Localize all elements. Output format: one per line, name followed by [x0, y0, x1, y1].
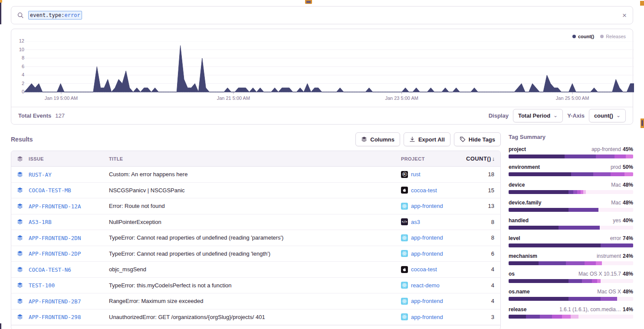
issue-link[interactable]: APP-FRONTEND-2B7 [29, 298, 81, 305]
tag-bar-segment[interactable] [585, 261, 596, 265]
tag-bar-other-segment[interactable] [617, 297, 633, 301]
tag-distribution-bar[interactable] [509, 297, 633, 301]
tag-distribution-bar[interactable] [509, 155, 633, 158]
tag-bar-segment[interactable] [597, 279, 601, 283]
tag-bar-segment[interactable] [509, 279, 568, 283]
tag-bar-segment[interactable] [601, 297, 617, 301]
tag-bar-segment[interactable] [568, 208, 598, 212]
issue-link[interactable]: RUST-AY [29, 171, 52, 178]
tag-distribution-bar[interactable] [509, 226, 633, 230]
stack-icon[interactable] [11, 282, 29, 288]
tag-bar-segment[interactable] [596, 155, 614, 158]
project-link[interactable]: app-frontend [411, 234, 443, 241]
close-icon[interactable]: × [622, 12, 627, 19]
tag-bar-segment[interactable] [539, 261, 566, 265]
project-link[interactable]: app-frontend [411, 298, 443, 304]
stack-icon[interactable] [11, 203, 29, 209]
stack-icon[interactable] [11, 187, 29, 193]
tag-bar-segment[interactable] [624, 172, 633, 176]
issue-link[interactable]: AS3-1RB [29, 219, 52, 225]
tag-bar-segment[interactable] [593, 172, 611, 176]
tag-bar-segment[interactable] [571, 172, 594, 176]
tag-bar-segment[interactable] [568, 190, 573, 194]
column-header-issue[interactable]: ISSUE [29, 156, 109, 161]
tag-bar-segment[interactable] [509, 315, 526, 319]
issue-link[interactable]: APP-FRONTEND-2DN [29, 235, 81, 241]
column-header-title[interactable]: TITLE [109, 156, 401, 161]
tag-distribution-bar[interactable] [509, 279, 633, 283]
tag-bar-segment[interactable] [509, 243, 601, 247]
export-all-button[interactable]: Export All [404, 132, 450, 146]
tag-bar-segment[interactable] [509, 172, 571, 176]
project-link[interactable]: cocoa-test [411, 266, 437, 273]
events-area-chart[interactable] [24, 41, 634, 94]
tag-bar-segment[interactable] [577, 190, 581, 194]
search-query-token[interactable]: event.type:error [28, 11, 82, 20]
stack-icon[interactable] [11, 314, 29, 320]
tag-distribution-bar[interactable] [509, 172, 633, 176]
stack-icon[interactable] [11, 250, 29, 257]
tag-bar-segment[interactable] [611, 172, 624, 176]
tag-bar-other-segment[interactable] [598, 208, 633, 212]
tag-bar-segment[interactable] [526, 315, 540, 319]
tag-bar-other-segment[interactable] [578, 315, 633, 319]
tag-bar-other-segment[interactable] [586, 190, 633, 194]
issue-link[interactable]: COCOA-TEST-N6 [29, 266, 71, 273]
column-header-project[interactable]: PROJECT [401, 156, 466, 161]
tag-distribution-bar[interactable] [509, 190, 633, 194]
tag-bar-segment[interactable] [582, 279, 592, 283]
stack-icon[interactable] [11, 171, 29, 178]
project-link[interactable]: app-frontend [411, 203, 443, 209]
tag-bar-segment[interactable] [571, 315, 578, 319]
issue-link[interactable]: APP-FRONTEND-2DP [29, 250, 81, 257]
tag-bar-segment[interactable] [509, 190, 568, 194]
tag-bar-segment[interactable] [509, 226, 559, 230]
stack-icon[interactable] [11, 298, 29, 304]
hide-tags-button[interactable]: Hide Tags [454, 132, 501, 146]
tag-bar-segment[interactable] [566, 261, 585, 265]
legend-item-count[interactable]: count() [572, 34, 594, 39]
stack-icon[interactable] [11, 219, 29, 225]
tag-distribution-bar[interactable] [509, 315, 633, 319]
tag-bar-segment[interactable] [614, 155, 626, 158]
issue-link[interactable]: APP-FRONTEND-12A [29, 203, 81, 210]
tag-bar-segment[interactable] [509, 261, 539, 265]
issue-link[interactable]: APP-FRONTEND-298 [29, 314, 81, 320]
tag-distribution-bar[interactable] [509, 243, 633, 247]
project-link[interactable]: as3 [411, 219, 420, 225]
tag-bar-segment[interactable] [509, 297, 568, 301]
project-link[interactable]: rust [411, 171, 421, 178]
tag-bar-segment[interactable] [601, 243, 633, 247]
column-header-count[interactable]: COUNT()↓ [466, 155, 500, 162]
tag-bar-segment[interactable] [568, 279, 582, 283]
tag-bar-segment[interactable] [552, 315, 562, 319]
search-bar[interactable]: event.type:error × [11, 6, 633, 24]
y-axis-dropdown[interactable]: count() ⌄ [589, 109, 626, 122]
project-link[interactable]: cocoa-test [411, 187, 437, 194]
chart-legend[interactable]: count() Releases [572, 34, 626, 39]
tag-bar-segment[interactable] [568, 297, 601, 301]
tag-distribution-bar[interactable] [509, 261, 633, 265]
tag-bar-segment[interactable] [540, 315, 552, 319]
tag-bar-segment[interactable] [592, 279, 597, 283]
stack-icon[interactable] [11, 266, 29, 273]
tag-bar-other-segment[interactable] [601, 279, 633, 283]
project-link[interactable]: app-frontend [411, 314, 443, 320]
tag-distribution-bar[interactable] [509, 208, 633, 212]
project-link[interactable]: react-demo [411, 282, 440, 289]
tag-bar-segment[interactable] [626, 155, 633, 158]
tag-bar-segment[interactable] [596, 261, 602, 265]
legend-item-releases[interactable]: Releases [600, 34, 626, 39]
tag-bar-other-segment[interactable] [600, 226, 633, 230]
issue-link[interactable]: COCOA-TEST-MB [29, 187, 71, 194]
project-link[interactable]: app-frontend [411, 250, 443, 257]
columns-button[interactable]: Columns [355, 132, 400, 146]
tag-bar-segment[interactable] [562, 315, 571, 319]
tag-bar-segment[interactable] [559, 226, 600, 230]
tag-bar-segment[interactable] [509, 155, 565, 158]
stack-icon[interactable] [11, 235, 29, 241]
tag-bar-segment[interactable] [509, 208, 568, 212]
display-dropdown[interactable]: Total Period ⌄ [513, 109, 563, 122]
tag-bar-segment[interactable] [565, 155, 596, 158]
tag-bar-segment[interactable] [573, 190, 577, 194]
